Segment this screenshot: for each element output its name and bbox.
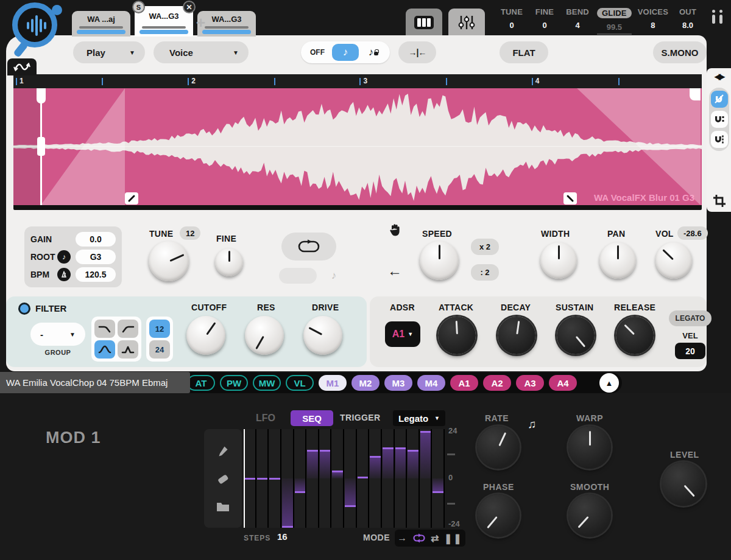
speed-x2-button[interactable]: x 2 — [471, 239, 499, 255]
flat-button[interactable]: FLAT — [500, 41, 548, 63]
root-value[interactable]: G3 — [76, 250, 116, 264]
speed-knob[interactable] — [420, 241, 459, 280]
smooth-knob[interactable] — [568, 494, 611, 537]
snap-grid-button[interactable] — [711, 131, 728, 148]
level-knob[interactable] — [662, 462, 705, 506]
drive-knob[interactable] — [303, 316, 342, 355]
start-marker-handle[interactable] — [37, 88, 46, 103]
mixer-view-tab[interactable] — [448, 9, 485, 37]
vol-knob[interactable] — [655, 242, 692, 279]
notch-button[interactable] — [118, 340, 138, 359]
pause-icon[interactable] — [712, 10, 722, 24]
readout-value[interactable]: 0 — [498, 21, 525, 30]
expand-horizontal-icon[interactable]: ◀▶ — [707, 72, 731, 81]
seq-step-bar[interactable] — [244, 478, 255, 480]
collapse-selection-button[interactable]: →|← — [398, 41, 436, 63]
seq-step-bar[interactable] — [433, 478, 443, 493]
add-tab-button[interactable]: + — [196, 13, 205, 32]
crop-tool[interactable] — [712, 194, 727, 211]
end-marker-handle[interactable] — [690, 88, 701, 100]
seq-step-bar[interactable] — [307, 450, 318, 478]
trim-left-icon[interactable]: ← — [387, 262, 402, 279]
keyboard-view-tab[interactable] — [406, 9, 442, 37]
attack-knob[interactable] — [438, 317, 476, 354]
mode-hold-icon[interactable]: ❚❚ — [444, 533, 463, 544]
seq-step-bar[interactable] — [395, 447, 406, 478]
mod-source-m4[interactable]: M4 — [417, 375, 445, 391]
preset-tab[interactable]: WA...G3S✕ — [135, 6, 193, 37]
seq-step-bar[interactable] — [332, 471, 343, 479]
readout-value[interactable]: 0 — [531, 21, 558, 30]
mod-source-vl[interactable]: VL — [286, 375, 314, 391]
vel-value[interactable]: 20 — [675, 343, 705, 359]
seq-step-cell[interactable] — [382, 429, 395, 528]
readout-voices[interactable]: VOICES8 — [638, 7, 668, 35]
lowpass-button[interactable] — [94, 320, 115, 338]
cutoff-knob[interactable] — [186, 316, 225, 355]
sustain-knob[interactable] — [557, 317, 595, 354]
vol-value-badge[interactable]: -28.6 — [677, 226, 708, 240]
folder-tool-icon[interactable] — [216, 500, 230, 513]
mod-source-a2[interactable]: A2 — [483, 375, 511, 391]
adsr-target-dropdown[interactable]: A1▼ — [385, 321, 420, 347]
waveform-display[interactable]: WA VocalFX Blur 01 G3 — [13, 88, 702, 205]
legato-button[interactable]: LEGATO — [669, 310, 712, 326]
highpass-button[interactable] — [118, 320, 138, 338]
mod-source-m2[interactable]: M2 — [351, 375, 380, 391]
warp-knob[interactable] — [568, 426, 611, 469]
decay-knob[interactable] — [498, 317, 535, 354]
readout-value[interactable]: 8.0 — [674, 21, 701, 30]
pencil-tool-icon[interactable] — [216, 444, 230, 458]
close-tab-badge[interactable]: ✕ — [183, 1, 196, 13]
seq-step-bar[interactable] — [383, 447, 394, 478]
rate-knob[interactable] — [477, 426, 520, 469]
mod-source-m1[interactable]: M1 — [319, 375, 347, 391]
seq-step-cell[interactable] — [331, 429, 344, 528]
filter-enable-toggle[interactable] — [18, 303, 30, 315]
preset-tab[interactable]: WA ...aj — [72, 11, 130, 37]
seq-step-cell[interactable] — [306, 429, 319, 528]
seq-step-bar[interactable] — [257, 478, 268, 480]
gain-value[interactable]: 0.0 — [76, 232, 116, 247]
pitch-note-button[interactable]: ♪ — [332, 44, 359, 61]
readout-value[interactable]: 99.5 — [597, 23, 632, 35]
mod-source-at[interactable]: AT — [187, 375, 215, 391]
width-knob[interactable] — [540, 242, 577, 279]
lfo-tab[interactable]: LFO — [256, 413, 275, 424]
phase-knob[interactable] — [477, 494, 520, 537]
smart-mono-button[interactable]: S.MONO — [653, 41, 707, 63]
mode-loop-icon[interactable] — [412, 533, 426, 543]
fine-knob[interactable] — [215, 248, 243, 276]
seq-step-bar[interactable] — [269, 478, 280, 480]
seq-step-bar[interactable] — [408, 450, 418, 478]
mod-source-mw[interactable]: MW — [253, 375, 281, 391]
warp-tab[interactable] — [7, 58, 37, 75]
mode-forward-icon[interactable]: → — [397, 533, 407, 544]
slope-12-button[interactable]: 12 — [149, 320, 170, 338]
steps-value[interactable]: 16 — [277, 531, 288, 542]
bpm-value[interactable]: 120.5 — [76, 267, 116, 282]
seq-step-bar[interactable] — [345, 478, 356, 507]
step-sequencer-grid[interactable] — [244, 429, 445, 528]
seq-step-bar[interactable] — [282, 478, 293, 528]
note-ghost-button[interactable]: ♪ — [322, 268, 346, 284]
seq-step-bar[interactable] — [370, 456, 381, 478]
mod-source-a4[interactable]: A4 — [549, 375, 577, 391]
collapse-mod-button[interactable]: ▲ — [599, 373, 619, 393]
release-knob[interactable] — [616, 317, 654, 354]
bandpass-button[interactable] — [94, 340, 115, 359]
mod-source-a1[interactable]: A1 — [450, 375, 478, 391]
pitch-note-lock-button[interactable]: ♪ — [360, 44, 387, 61]
res-knob[interactable] — [245, 316, 284, 355]
seq-step-bar[interactable] — [320, 450, 331, 478]
preset-tab[interactable]: WA...G3 — [197, 11, 256, 37]
snap-beat-button[interactable] — [711, 111, 728, 128]
speed-div2-button[interactable]: : 2 — [471, 264, 499, 281]
seq-step-cell[interactable] — [319, 429, 332, 528]
seq-step-bar[interactable] — [420, 431, 431, 478]
seq-step-cell[interactable] — [395, 429, 408, 528]
start-marker-grip[interactable] — [37, 137, 45, 156]
readout-glide[interactable]: GLIDE99.5 — [597, 7, 632, 35]
eraser-tool-icon[interactable] — [216, 473, 230, 485]
seq-step-bar[interactable] — [358, 477, 369, 478]
